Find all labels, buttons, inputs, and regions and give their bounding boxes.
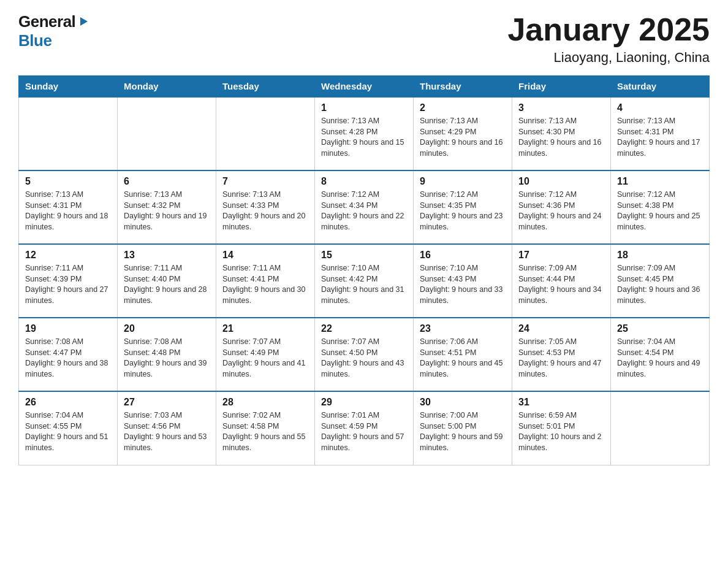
- calendar-cell: 21Sunrise: 7:07 AM Sunset: 4:49 PM Dayli…: [216, 318, 315, 391]
- calendar-cell: 23Sunrise: 7:06 AM Sunset: 4:51 PM Dayli…: [414, 318, 512, 391]
- day-info: Sunrise: 7:00 AM Sunset: 5:00 PM Dayligh…: [420, 410, 506, 453]
- day-info: Sunrise: 7:12 AM Sunset: 4:35 PM Dayligh…: [420, 190, 506, 232]
- calendar-header-row: SundayMondayTuesdayWednesdayThursdayFrid…: [19, 76, 710, 98]
- calendar-header-thursday: Thursday: [414, 76, 512, 98]
- calendar-cell: 18Sunrise: 7:09 AM Sunset: 4:45 PM Dayli…: [611, 244, 710, 318]
- calendar-cell: 31Sunrise: 6:59 AM Sunset: 5:01 PM Dayli…: [512, 391, 611, 465]
- calendar-cell: 9Sunrise: 7:12 AM Sunset: 4:35 PM Daylig…: [414, 170, 512, 244]
- calendar-week-row: 5Sunrise: 7:13 AM Sunset: 4:31 PM Daylig…: [19, 170, 710, 244]
- day-info: Sunrise: 7:06 AM Sunset: 4:51 PM Dayligh…: [420, 337, 506, 380]
- logo-general-text: General: [18, 12, 75, 31]
- calendar-cell: 7Sunrise: 7:13 AM Sunset: 4:33 PM Daylig…: [216, 170, 315, 244]
- calendar-cell: 2Sunrise: 7:13 AM Sunset: 4:29 PM Daylig…: [414, 97, 512, 170]
- day-info: Sunrise: 7:13 AM Sunset: 4:31 PM Dayligh…: [25, 190, 111, 232]
- day-number: 16: [420, 250, 506, 261]
- day-number: 15: [321, 250, 407, 261]
- title-block: January 2025 Liaoyang, Liaoning, China: [507, 12, 710, 66]
- day-info: Sunrise: 7:13 AM Sunset: 4:29 PM Dayligh…: [420, 116, 506, 159]
- calendar-cell: 3Sunrise: 7:13 AM Sunset: 4:30 PM Daylig…: [512, 97, 611, 170]
- day-number: 31: [518, 397, 604, 408]
- calendar-cell: 29Sunrise: 7:01 AM Sunset: 4:59 PM Dayli…: [315, 391, 414, 465]
- calendar-cell: 6Sunrise: 7:13 AM Sunset: 4:32 PM Daylig…: [118, 170, 216, 244]
- calendar-cell: 24Sunrise: 7:05 AM Sunset: 4:53 PM Dayli…: [512, 318, 611, 391]
- day-number: 25: [617, 323, 703, 334]
- calendar-cell: 14Sunrise: 7:11 AM Sunset: 4:41 PM Dayli…: [216, 244, 315, 318]
- day-info: Sunrise: 7:05 AM Sunset: 4:53 PM Dayligh…: [518, 337, 604, 380]
- day-info: Sunrise: 7:12 AM Sunset: 4:36 PM Dayligh…: [518, 190, 604, 232]
- calendar-cell: 8Sunrise: 7:12 AM Sunset: 4:34 PM Daylig…: [315, 170, 414, 244]
- day-number: 24: [518, 323, 604, 334]
- day-number: 18: [617, 250, 703, 261]
- day-number: 5: [25, 176, 111, 187]
- day-info: Sunrise: 6:59 AM Sunset: 5:01 PM Dayligh…: [518, 410, 604, 453]
- calendar-cell: 5Sunrise: 7:13 AM Sunset: 4:31 PM Daylig…: [19, 170, 118, 244]
- day-number: 4: [617, 102, 703, 113]
- day-number: 28: [222, 397, 308, 408]
- day-info: Sunrise: 7:11 AM Sunset: 4:41 PM Dayligh…: [222, 263, 308, 306]
- calendar-cell: 22Sunrise: 7:07 AM Sunset: 4:50 PM Dayli…: [315, 318, 414, 391]
- day-number: 2: [420, 102, 506, 113]
- day-number: 14: [222, 250, 308, 261]
- page-title: January 2025: [507, 12, 710, 47]
- calendar-week-row: 26Sunrise: 7:04 AM Sunset: 4:55 PM Dayli…: [19, 391, 710, 465]
- day-info: Sunrise: 7:04 AM Sunset: 4:55 PM Dayligh…: [25, 410, 111, 453]
- day-number: 20: [124, 323, 210, 334]
- day-info: Sunrise: 7:13 AM Sunset: 4:30 PM Dayligh…: [518, 116, 604, 159]
- day-number: 19: [25, 323, 111, 334]
- day-number: 6: [124, 176, 210, 187]
- day-info: Sunrise: 7:13 AM Sunset: 4:28 PM Dayligh…: [321, 116, 407, 159]
- day-info: Sunrise: 7:09 AM Sunset: 4:44 PM Dayligh…: [518, 263, 604, 306]
- day-info: Sunrise: 7:11 AM Sunset: 4:40 PM Dayligh…: [124, 263, 210, 306]
- calendar-cell: 25Sunrise: 7:04 AM Sunset: 4:54 PM Dayli…: [611, 318, 710, 391]
- page-subtitle: Liaoyang, Liaoning, China: [507, 50, 710, 66]
- calendar-header-friday: Friday: [512, 76, 611, 98]
- day-number: 21: [222, 323, 308, 334]
- day-info: Sunrise: 7:10 AM Sunset: 4:42 PM Dayligh…: [321, 263, 407, 306]
- calendar-week-row: 12Sunrise: 7:11 AM Sunset: 4:39 PM Dayli…: [19, 244, 710, 318]
- day-info: Sunrise: 7:01 AM Sunset: 4:59 PM Dayligh…: [321, 410, 407, 453]
- day-info: Sunrise: 7:07 AM Sunset: 4:49 PM Dayligh…: [222, 337, 308, 380]
- calendar-cell: 12Sunrise: 7:11 AM Sunset: 4:39 PM Dayli…: [19, 244, 118, 318]
- day-number: 22: [321, 323, 407, 334]
- day-number: 30: [420, 397, 506, 408]
- calendar-header-sunday: Sunday: [19, 76, 118, 98]
- day-number: 10: [518, 176, 604, 187]
- calendar-cell: 27Sunrise: 7:03 AM Sunset: 4:56 PM Dayli…: [118, 391, 216, 465]
- day-number: 8: [321, 176, 407, 187]
- day-info: Sunrise: 7:13 AM Sunset: 4:31 PM Dayligh…: [617, 116, 703, 159]
- day-info: Sunrise: 7:08 AM Sunset: 4:47 PM Dayligh…: [25, 337, 111, 380]
- calendar-cell: 10Sunrise: 7:12 AM Sunset: 4:36 PM Dayli…: [512, 170, 611, 244]
- calendar-cell: [611, 391, 710, 465]
- day-info: Sunrise: 7:02 AM Sunset: 4:58 PM Dayligh…: [222, 410, 308, 453]
- calendar-header-saturday: Saturday: [611, 76, 710, 98]
- day-number: 7: [222, 176, 308, 187]
- day-number: 17: [518, 250, 604, 261]
- day-number: 11: [617, 176, 703, 187]
- day-info: Sunrise: 7:08 AM Sunset: 4:48 PM Dayligh…: [124, 337, 210, 380]
- calendar-cell: 26Sunrise: 7:04 AM Sunset: 4:55 PM Dayli…: [19, 391, 118, 465]
- day-info: Sunrise: 7:12 AM Sunset: 4:34 PM Dayligh…: [321, 190, 407, 232]
- day-info: Sunrise: 7:07 AM Sunset: 4:50 PM Dayligh…: [321, 337, 407, 380]
- calendar-cell: 13Sunrise: 7:11 AM Sunset: 4:40 PM Dayli…: [118, 244, 216, 318]
- calendar-cell: 16Sunrise: 7:10 AM Sunset: 4:43 PM Dayli…: [414, 244, 512, 318]
- day-number: 9: [420, 176, 506, 187]
- calendar-cell: [19, 97, 118, 170]
- day-info: Sunrise: 7:10 AM Sunset: 4:43 PM Dayligh…: [420, 263, 506, 306]
- calendar-cell: 20Sunrise: 7:08 AM Sunset: 4:48 PM Dayli…: [118, 318, 216, 391]
- calendar-week-row: 1Sunrise: 7:13 AM Sunset: 4:28 PM Daylig…: [19, 97, 710, 170]
- logo: General Blue: [18, 12, 89, 50]
- calendar-header-wednesday: Wednesday: [315, 76, 414, 98]
- page-header: General Blue January 2025 Liaoyang, Liao…: [18, 12, 710, 66]
- day-info: Sunrise: 7:11 AM Sunset: 4:39 PM Dayligh…: [25, 263, 111, 306]
- day-number: 29: [321, 397, 407, 408]
- day-number: 23: [420, 323, 506, 334]
- day-number: 3: [518, 102, 604, 113]
- svg-marker-0: [80, 17, 88, 26]
- calendar-cell: [118, 97, 216, 170]
- day-number: 26: [25, 397, 111, 408]
- day-number: 1: [321, 102, 407, 113]
- calendar-cell: 30Sunrise: 7:00 AM Sunset: 5:00 PM Dayli…: [414, 391, 512, 465]
- day-info: Sunrise: 7:12 AM Sunset: 4:38 PM Dayligh…: [617, 190, 703, 232]
- calendar-cell: 15Sunrise: 7:10 AM Sunset: 4:42 PM Dayli…: [315, 244, 414, 318]
- day-info: Sunrise: 7:09 AM Sunset: 4:45 PM Dayligh…: [617, 263, 703, 306]
